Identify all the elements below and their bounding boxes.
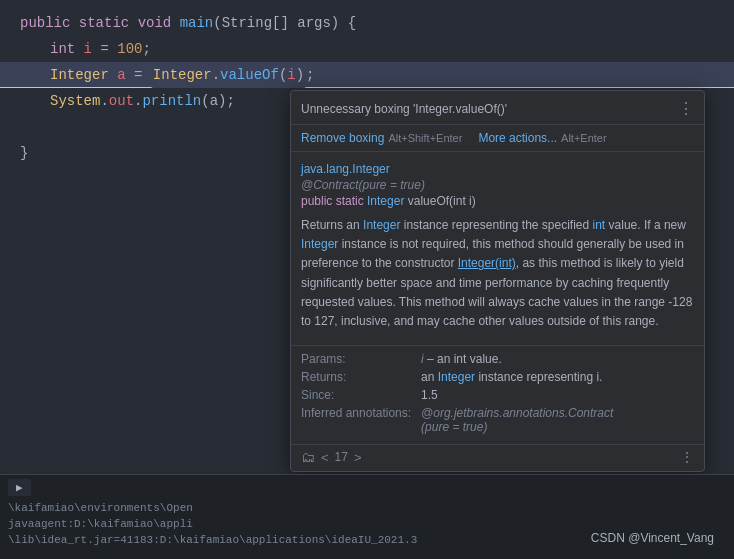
since-label: Since: — [301, 388, 411, 402]
csdn-watermark: CSDN @Vincent_Vang — [591, 531, 714, 545]
params-value: i – an int value. — [421, 352, 694, 366]
more-actions-shortcut: Alt+Enter — [561, 132, 607, 144]
doc-signature: public static Integer valueOf(int i) — [301, 194, 694, 208]
popup-params: Params: i – an int value. Returns: an In… — [291, 345, 704, 444]
terminal-tab[interactable]: ▶ — [8, 479, 31, 496]
method-main: main — [180, 10, 214, 36]
next-button[interactable]: > — [354, 450, 362, 465]
doc-annotation: @Contract(pure = true) — [301, 178, 694, 192]
footer-navigation: 🗂 < 17 > — [301, 449, 362, 465]
popup-footer: 🗂 < 17 > ⋮ — [291, 444, 704, 471]
doc-class-name: java.lang.Integer — [301, 162, 694, 176]
keyword-public: public — [20, 10, 79, 36]
returns-label: Returns: — [301, 370, 411, 384]
footer-menu-icon[interactable]: ⋮ — [680, 449, 694, 465]
remove-boxing-shortcut: Alt+Shift+Enter — [388, 132, 462, 144]
popup-actions: Remove boxing Alt+Shift+Enter More actio… — [291, 125, 704, 152]
popup-title: Unnecessary boxing 'Integer.valueOf()' — [301, 102, 507, 116]
since-value: 1.5 — [421, 388, 694, 402]
keyword-static: static — [79, 10, 138, 36]
popup-documentation: java.lang.Integer @Contract(pure = true)… — [291, 152, 704, 345]
doc-description: Returns an Integer instance representing… — [301, 216, 694, 331]
more-actions-link[interactable]: More actions... — [478, 131, 557, 145]
returns-row: Returns: an Integer instance representin… — [301, 370, 694, 384]
nav-count: 17 — [335, 450, 348, 464]
popup-header: Unnecessary boxing 'Integer.valueOf()' ⋮ — [291, 91, 704, 125]
library-icon: 🗂 — [301, 449, 315, 465]
code-line-3: Integer a = Integer.valueOf(i); — [0, 62, 734, 88]
inspection-popup: Unnecessary boxing 'Integer.valueOf()' ⋮… — [290, 90, 705, 472]
since-row: Since: 1.5 — [301, 388, 694, 402]
terminal-line-1: \kaifamiao\environments\Open — [8, 500, 726, 516]
params-row: Params: i – an int value. — [301, 352, 694, 366]
popup-menu-icon[interactable]: ⋮ — [678, 99, 694, 118]
keyword-void: void — [138, 10, 180, 36]
inferred-row: Inferred annotations: @org.jetbrains.ann… — [301, 406, 694, 434]
returns-value: an Integer instance representing i. — [421, 370, 694, 384]
terminal-line-2: javaagent:D:\kaifamiao\appli — [8, 516, 726, 532]
inferred-value: @org.jetbrains.annotations.Contract(pure… — [421, 406, 694, 434]
terminal-panel: ▶ \kaifamiao\environments\Open javaagent… — [0, 474, 734, 559]
prev-button[interactable]: < — [321, 450, 329, 465]
params-label: Params: — [301, 352, 411, 366]
inferred-label: Inferred annotations: — [301, 406, 411, 434]
code-line-1: public static void main(String[] args) { — [0, 10, 734, 36]
remove-boxing-link[interactable]: Remove boxing — [301, 131, 384, 145]
code-line-2: int i = 100; — [0, 36, 734, 62]
